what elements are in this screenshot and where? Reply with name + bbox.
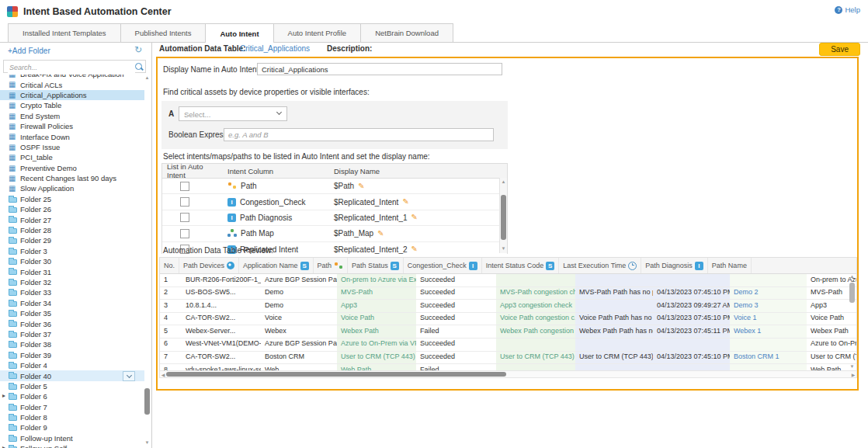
expand-arrow-icon[interactable]: ▸ — [2, 392, 5, 399]
tree-item[interactable]: ▸ Folder 34 — [0, 298, 144, 308]
tree-item[interactable]: ▸ PCI_table — [0, 152, 144, 162]
tree-item[interactable]: ▸ Folder 6 — [0, 391, 144, 401]
refresh-icon[interactable]: ↻ — [134, 45, 142, 54]
edit-pencil-icon[interactable]: ✎ — [411, 214, 418, 221]
scroll-up-icon[interactable]: ▲ — [849, 273, 856, 280]
scroll-down-icon[interactable]: ▼ — [849, 363, 856, 370]
list-checkbox[interactable] — [180, 182, 189, 191]
tree-item[interactable]: ▸ OSPF Issue — [0, 142, 144, 152]
sidebar-scrollbar[interactable]: ▲ ▼ — [144, 75, 151, 446]
tree-item[interactable]: ▸ Slow Application — [0, 183, 144, 193]
cell-path-link[interactable]: Webex Path — [337, 325, 416, 338]
scroll-down-icon[interactable]: ▼ — [144, 439, 151, 446]
table-row[interactable]: 3 10.8.1.4... Demo App3 Succeeded App3 c… — [160, 300, 856, 313]
intent-row[interactable]: Path $Path ✎ — [162, 179, 507, 194]
cell-congestion-check-link[interactable]: App3 congestion check — [496, 300, 575, 312]
scroll-right-icon[interactable]: ▶ — [850, 372, 856, 378]
preview-vertical-scrollbar[interactable]: ▲ ▼ — [849, 273, 856, 370]
display-name-input[interactable] — [257, 63, 502, 75]
list-checkbox[interactable] — [180, 229, 189, 238]
tree-item[interactable]: ▸ Folder 28 — [0, 225, 144, 235]
tree-item[interactable]: ▸ Folder 29 — [0, 235, 144, 245]
tree-item[interactable]: ▸ Folder 4 — [0, 360, 144, 370]
tab-item[interactable]: Auto Intent — [205, 23, 273, 43]
data-table-name-link[interactable]: Critical_Applications — [240, 44, 310, 53]
cell-path-link[interactable]: MVS-Path — [337, 287, 416, 300]
intent-row[interactable]: Path Map $Path_Map ✎ — [162, 226, 507, 241]
device-property-select[interactable]: Select... — [179, 106, 287, 121]
tree-item[interactable]: ▸ Folder 40 — [0, 370, 144, 380]
tree-item[interactable]: ▸ Critical_Applications — [0, 90, 144, 100]
search-icon[interactable] — [135, 63, 142, 70]
tree-item[interactable]: ▸ End System — [0, 111, 144, 121]
intent-row[interactable]: Path Diagnosis $Replicated_Intent_1 ✎ — [162, 210, 507, 226]
tree-item[interactable]: ▸ Folder 7 — [0, 402, 144, 412]
tree-item[interactable]: ▸ Folder 25 — [0, 194, 144, 204]
scroll-up-icon[interactable]: ▲ — [500, 179, 507, 186]
cell-path-link[interactable]: Voice Path — [337, 313, 416, 325]
table-row[interactable]: 5 Webex-Server... Webex Webex Path Faile… — [160, 325, 856, 339]
table-row[interactable]: 1 BUR-R206-Forti200F-1_(De... Azure BGP … — [160, 274, 856, 287]
save-button[interactable]: Save — [819, 43, 860, 56]
tree-item[interactable]: ▸ Folder 31 — [0, 266, 144, 276]
cell-path-diagnosis-link[interactable] — [730, 339, 807, 351]
tree-item[interactable]: ▸ Folder 35 — [0, 308, 144, 318]
tree-item[interactable]: ▸ Folder 36 — [0, 318, 144, 328]
cell-congestion-check-link[interactable]: MVS-Path congestion ch... — [496, 287, 575, 300]
cell-path-diagnosis-link[interactable]: Demo 2 — [730, 287, 807, 300]
table-row[interactable]: 2 US-BOS-SW5... Demo MVS-Path Succeeded … — [160, 287, 856, 300]
tab-item[interactable]: Published Intents — [120, 23, 207, 42]
tree-item[interactable]: ▸ Folder 33 — [0, 287, 144, 297]
tree-item[interactable]: ▸ Folder 27 — [0, 214, 144, 224]
tab-item[interactable]: NetBrain Download — [360, 23, 453, 42]
tab-item[interactable]: Installed Intent Templates — [8, 23, 121, 42]
cell-path-diagnosis-link[interactable]: Voice 1 — [730, 313, 807, 325]
edit-pencil-icon[interactable]: ✎ — [358, 182, 364, 190]
tree-item[interactable]: ▸ Follow-up Intent — [0, 433, 144, 443]
cell-path-link[interactable]: Azure to On-Prem via VPN — [337, 339, 416, 351]
cell-congestion-check-link[interactable] — [496, 274, 575, 287]
tree-item[interactable]: ▸ Critical ACLs — [0, 79, 144, 89]
intent-table-scrollbar[interactable]: ▲ ▼ — [499, 178, 507, 253]
cell-congestion-check-link[interactable]: Voice Path congestion c... — [496, 313, 575, 325]
item-menu-chevron[interactable] — [123, 371, 135, 381]
sidebar-scroll-thumb[interactable] — [144, 388, 150, 415]
list-checkbox[interactable] — [180, 197, 189, 207]
tree-item[interactable]: ▸ Crypto Table — [0, 100, 144, 110]
intent-scroll-thumb[interactable] — [501, 195, 506, 240]
table-row[interactable]: 7 CA-TOR-SW2... Boston CRM User to CRM (… — [160, 352, 856, 365]
scroll-down-icon[interactable]: ▼ — [500, 245, 507, 252]
tree-item[interactable]: ▸ Folder 30 — [0, 256, 144, 266]
tree-item[interactable]: ▸ Folder 38 — [0, 339, 144, 349]
tree-item[interactable]: ▸ Folder 26 — [0, 204, 144, 214]
edit-pencil-icon[interactable]: ✎ — [402, 198, 408, 206]
tree-item[interactable]: ▸ Folder 5 — [0, 381, 144, 391]
tree-item[interactable]: ▸ Folder 32 — [0, 277, 144, 287]
add-folder-button[interactable]: +Add Folder — [8, 47, 50, 55]
tree-item[interactable]: ▸ Interface Down — [0, 131, 144, 141]
cell-path-link[interactable]: App3 — [337, 300, 416, 312]
tree-item[interactable]: ▸ Preventive Demo — [0, 163, 144, 173]
cell-congestion-check-link[interactable] — [496, 339, 575, 351]
cell-path-link[interactable]: User to CRM (TCP 443) — [337, 352, 416, 364]
cell-path-diagnosis-link[interactable] — [730, 274, 807, 287]
tree-item[interactable]: ▸ Folder 9 — [0, 422, 144, 432]
tree-item[interactable]: ▸ Follow-up Self — [0, 443, 144, 448]
cell-congestion-check-link[interactable]: User to CRM (TCP 443) c... — [496, 352, 575, 364]
intent-row[interactable]: Congestion_Check $Replicated_Intent ✎ — [162, 194, 507, 210]
table-row[interactable]: 4 CA-TOR-SW2... Voice Voice Path Succeed… — [160, 313, 856, 326]
search-input[interactable] — [8, 61, 135, 73]
tab-item[interactable]: Auto Intent Profile — [273, 23, 362, 42]
tree-item[interactable]: ▸ Folder 39 — [0, 350, 144, 360]
list-checkbox[interactable] — [180, 213, 189, 222]
tree-item[interactable]: ▸ Folder 3 — [0, 246, 144, 256]
cell-path-diagnosis-link[interactable]: Demo 3 — [730, 300, 807, 312]
preview-vscroll-thumb[interactable] — [849, 283, 855, 303]
edit-pencil-icon[interactable]: ✎ — [377, 230, 384, 238]
cell-congestion-check-link[interactable]: Webex Path congestion ... — [496, 325, 575, 338]
cell-path-diagnosis-link[interactable]: Webex 1 — [730, 325, 807, 338]
table-row[interactable]: 6 West-VNet-VM1(DEMO-LAB)... Azure BGP S… — [160, 339, 856, 352]
tree-item[interactable]: ▸ Folder 37 — [0, 329, 144, 339]
scroll-up-icon[interactable]: ▲ — [144, 75, 151, 82]
help-link[interactable]: ? Help — [835, 5, 860, 14]
